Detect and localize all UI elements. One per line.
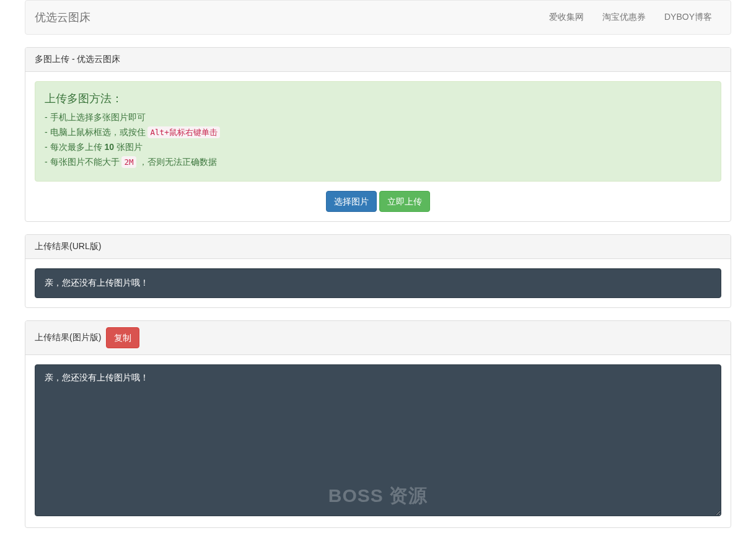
nav-links: 爱收集网 淘宝优惠券 DYBOY博客 [540,2,721,32]
brand[interactable]: 优选云图床 [35,1,90,34]
alert-title: 上传多图方法： [45,91,711,106]
image-result-textarea[interactable] [35,364,721,516]
code-alt-click: Alt+鼠标右键单击 [147,126,219,138]
nav-link-aishouji[interactable]: 爱收集网 [540,2,593,32]
code-2m: 2M [121,156,136,168]
alert-line-4: - 每张图片不能大于 2M ，否则无法正确数据 [45,157,711,168]
image-result-heading-label: 上传结果(图片版) [35,332,101,343]
url-result-heading: 上传结果(URL版) [25,235,731,259]
alert-line-2: - 电脑上鼠标框选，或按住 Alt+鼠标右键单击 [45,127,711,138]
image-result-textarea-wrap: BOSS 资源 [35,364,721,518]
copy-button[interactable]: 复制 [106,327,139,348]
upload-panel-heading: 多图上传 - 优选云图床 [25,48,731,72]
upload-panel-body: 上传多图方法： - 手机上选择多张图片即可 - 电脑上鼠标框选，或按住 Alt+… [25,72,731,221]
url-result-panel: 上传结果(URL版) 亲，您还没有上传图片哦！ [25,234,731,308]
nav-link-dyboy[interactable]: DYBOY博客 [655,2,721,32]
url-result-message: 亲，您还没有上传图片哦！ [35,268,721,298]
upload-panel: 多图上传 - 优选云图床 上传多图方法： - 手机上选择多张图片即可 - 电脑上… [25,47,731,222]
alert-line-1: - 手机上选择多张图片即可 [45,112,711,123]
alert-line-3: - 每次最多上传 10 张图片 [45,142,711,153]
upload-now-button[interactable]: 立即上传 [379,191,430,212]
select-image-button[interactable]: 选择图片 [326,191,377,212]
button-row: 选择图片 立即上传 [35,191,721,212]
image-result-panel: 上传结果(图片版) 复制 BOSS 资源 [25,320,731,528]
upload-instructions-alert: 上传多图方法： - 手机上选择多张图片即可 - 电脑上鼠标框选，或按住 Alt+… [35,81,721,182]
image-result-heading: 上传结果(图片版) 复制 [25,321,731,355]
nav-link-taobao[interactable]: 淘宝优惠券 [593,2,655,32]
navbar: 优选云图床 爱收集网 淘宝优惠券 DYBOY博客 [25,0,731,35]
url-result-body: 亲，您还没有上传图片哦！ [25,259,731,307]
image-result-body: BOSS 资源 [25,355,731,527]
